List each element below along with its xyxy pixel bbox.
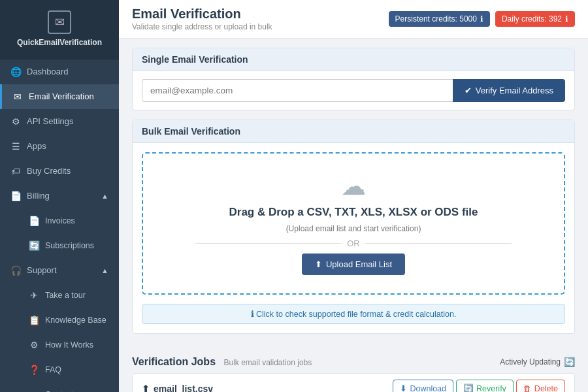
sidebar-item-label: Contact xyxy=(45,390,73,392)
delete-button[interactable]: 🗑 Delete xyxy=(516,380,565,392)
brand-name: QuickEmailVerification xyxy=(17,38,102,48)
reverify-label: Reverify xyxy=(476,384,506,393)
filename-label: email_list.csv xyxy=(154,384,213,393)
upload-label: Upload Email List xyxy=(326,259,392,269)
upload-email-list-button[interactable]: ⬆ Upload Email List xyxy=(302,253,405,275)
sidebar-item-api-settings[interactable]: ⚙ API Settings xyxy=(0,109,119,134)
bulk-drop-zone[interactable]: ☁ Drag & Drop a CSV, TXT, XLS, XLSX or O… xyxy=(142,152,565,295)
billing-icon: 📄 xyxy=(10,191,21,201)
sidebar-item-support[interactable]: 🎧 Support ▲ xyxy=(0,258,119,283)
job-card: ⬆ email_list.csv ⬇ Download 🔄 Reverify 🗑… xyxy=(132,373,575,392)
file-format-info-banner[interactable]: ℹ Click to check supported file format &… xyxy=(142,304,565,324)
buy-credits-icon: 🏷 xyxy=(10,166,21,176)
sidebar-item-label: Knowledge Base xyxy=(45,316,106,325)
contact-icon: ✉ xyxy=(29,389,39,392)
dashboard-icon: 🌐 xyxy=(10,67,21,77)
drop-title: Drag & Drop a CSV, TXT, XLS, XLSX or ODS… xyxy=(229,206,478,219)
sidebar-item-invoices[interactable]: 📄 Invoices xyxy=(10,208,119,233)
sidebar-item-label: Billing xyxy=(27,191,50,201)
page-title: Email Verification xyxy=(132,7,272,22)
download-icon: ⬇ xyxy=(400,384,407,392)
persistent-info-icon: ℹ xyxy=(480,14,483,24)
reverify-button[interactable]: 🔄 Reverify xyxy=(456,380,514,392)
refresh-icon[interactable]: 🔄 xyxy=(564,357,575,367)
sidebar-item-how-it-works[interactable]: ⚙ How It Works xyxy=(10,333,119,357)
sidebar-item-email-verification[interactable]: ✉ Email Verification xyxy=(0,84,119,109)
or-label: OR xyxy=(347,238,360,248)
jobs-title-area: Verification Jobs Bulk email validation … xyxy=(132,356,312,368)
daily-credits-label: Daily credits: 392 xyxy=(502,14,562,24)
sidebar-item-label: Email Verification xyxy=(29,91,94,101)
sidebar-item-label: Dashboard xyxy=(27,67,69,76)
upload-icon: ⬆ xyxy=(315,259,322,269)
job-actions: ⬇ Download 🔄 Reverify 🗑 Delete xyxy=(393,380,565,392)
verify-icon: ✔ xyxy=(465,86,472,95)
single-verify-header: Single Email Verification xyxy=(133,48,574,71)
knowledge-icon: 📋 xyxy=(29,315,39,325)
subscriptions-icon: 🔄 xyxy=(29,240,39,251)
sidebar: ✉ QuickEmailVerification 🌐 Dashboard ✉ E… xyxy=(0,0,119,392)
support-submenu: ✈ Take a tour 📋 Knowledge Base ⚙ How It … xyxy=(0,283,119,392)
sidebar-item-buy-credits[interactable]: 🏷 Buy Credits xyxy=(0,159,119,184)
daily-credits-badge[interactable]: Daily credits: 392 ℹ xyxy=(495,11,575,27)
download-button[interactable]: ⬇ Download xyxy=(393,380,453,392)
sidebar-item-apps[interactable]: ☰ Apps xyxy=(0,134,119,159)
or-divider: OR xyxy=(195,238,511,248)
persistent-credits-badge[interactable]: Persistent credits: 5000 ℹ xyxy=(389,11,490,27)
persistent-credits-label: Persistent credits: 5000 xyxy=(395,14,477,24)
delete-icon: 🗑 xyxy=(523,384,532,393)
sidebar-logo: ✉ QuickEmailVerification xyxy=(0,0,119,59)
download-label: Download xyxy=(410,384,446,393)
sidebar-item-label: Buy Credits xyxy=(27,166,71,176)
support-icon: 🎧 xyxy=(10,265,21,276)
api-settings-icon: ⚙ xyxy=(10,116,21,127)
sidebar-item-label: FAQ xyxy=(45,365,61,374)
how-icon: ⚙ xyxy=(29,340,39,350)
jobs-header: Verification Jobs Bulk email validation … xyxy=(119,352,588,373)
jobs-title: Verification Jobs xyxy=(132,356,216,367)
support-collapse-icon[interactable]: ▲ xyxy=(101,267,108,274)
sidebar-item-label: Subscriptions xyxy=(45,241,94,250)
sidebar-item-label: Take a tour xyxy=(45,291,86,300)
active-updating-label: Actively Updating xyxy=(500,357,561,367)
sidebar-item-contact[interactable]: ✉ Contact xyxy=(10,382,119,392)
job-filename: ⬆ email_list.csv xyxy=(142,384,213,393)
verify-label: Verify Email Address xyxy=(476,86,553,95)
top-bar: Email Verification Validate single addre… xyxy=(119,0,588,39)
sidebar-item-billing[interactable]: 📄 Billing ▲ xyxy=(0,184,119,208)
sidebar-item-label: Apps xyxy=(27,141,46,151)
bulk-verify-header: Bulk Email Verification xyxy=(133,120,574,143)
sidebar-item-label: Support xyxy=(27,265,57,275)
faq-icon: ❓ xyxy=(29,365,39,375)
cloud-upload-icon: ☁ xyxy=(341,172,366,201)
drop-subtitle: (Upload email list and start verificatio… xyxy=(286,224,421,233)
jobs-subtitle: Bulk email validation jobs xyxy=(224,358,312,367)
verify-email-button[interactable]: ✔ Verify Email Address xyxy=(453,79,565,102)
sidebar-item-label: Invoices xyxy=(45,216,75,225)
invoices-icon: 📄 xyxy=(29,216,39,226)
main-content: Email Verification Validate single addre… xyxy=(119,0,588,392)
job-card-header: ⬆ email_list.csv ⬇ Download 🔄 Reverify 🗑… xyxy=(133,374,574,392)
page-subtitle: Validate single address or upload in bul… xyxy=(132,22,272,31)
sidebar-item-label: How It Works xyxy=(45,340,93,350)
email-input[interactable] xyxy=(142,79,453,102)
active-updating-indicator: Actively Updating 🔄 xyxy=(500,357,575,367)
daily-info-icon: ℹ xyxy=(565,14,568,24)
billing-submenu: 📄 Invoices 🔄 Subscriptions xyxy=(0,208,119,258)
logo-icon: ✉ xyxy=(48,10,71,34)
content-area: Single Email Verification ✔ Verify Email… xyxy=(119,39,588,352)
bulk-verify-section: Bulk Email Verification ☁ Drag & Drop a … xyxy=(132,120,575,334)
sidebar-item-take-a-tour[interactable]: ✈ Take a tour xyxy=(10,283,119,308)
tour-icon: ✈ xyxy=(29,290,39,301)
sidebar-item-label: API Settings xyxy=(27,116,74,126)
delete-label: Delete xyxy=(534,384,558,393)
single-verify-body: ✔ Verify Email Address xyxy=(133,71,574,110)
reverify-icon: 🔄 xyxy=(463,384,474,392)
sidebar-item-knowledge-base[interactable]: 📋 Knowledge Base xyxy=(10,308,119,333)
billing-collapse-icon[interactable]: ▲ xyxy=(101,192,108,200)
email-verification-icon: ✉ xyxy=(12,91,23,102)
sidebar-item-faq[interactable]: ❓ FAQ xyxy=(10,357,119,382)
credits-badges: Persistent credits: 5000 ℹ Daily credits… xyxy=(389,11,575,27)
sidebar-item-dashboard[interactable]: 🌐 Dashboard xyxy=(0,59,119,84)
sidebar-item-subscriptions[interactable]: 🔄 Subscriptions xyxy=(10,233,119,258)
